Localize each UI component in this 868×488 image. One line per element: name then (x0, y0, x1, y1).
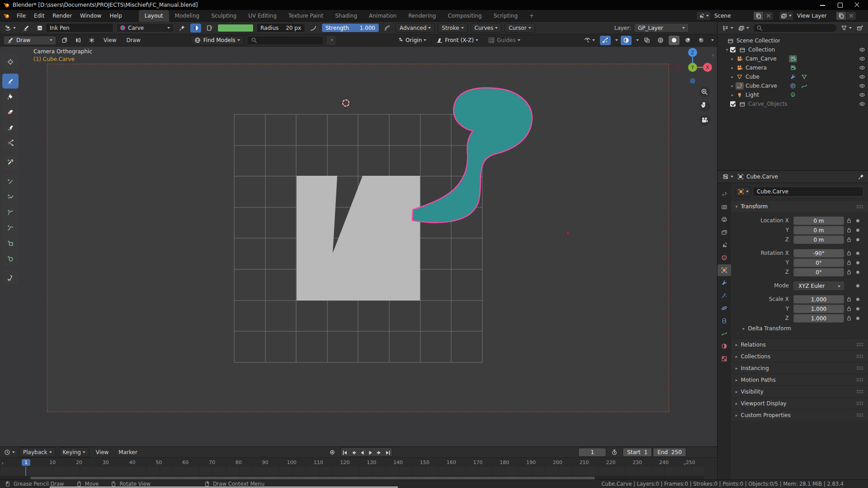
panel-section-motion-paths[interactable]: ▸ Motion Paths (731, 374, 868, 385)
value-slider[interactable]: 1.000 (793, 314, 844, 323)
xray-toggle[interactable] (642, 36, 652, 45)
view-layer-remove-button[interactable] (846, 11, 856, 20)
falloff-toggle[interactable] (73, 36, 84, 45)
multiframe-toggle[interactable] (59, 36, 70, 45)
wrench-icon[interactable] (789, 73, 797, 80)
properties-tab-render[interactable] (717, 201, 731, 213)
drag-handle-icon[interactable] (856, 354, 863, 358)
transport-next-keyframe[interactable] (375, 448, 384, 457)
scene-unlink-button[interactable] (764, 11, 774, 20)
view-layer-copy-button[interactable] (836, 11, 846, 20)
hide-eye-icon[interactable] (859, 65, 865, 71)
outliner-row-scene-collection[interactable]: Scene Collection (717, 36, 868, 45)
menu-edit[interactable]: Edit (30, 11, 48, 21)
editor-type-button[interactable] (721, 24, 735, 32)
light-data-icon[interactable] (789, 91, 797, 99)
camera-data-icon[interactable] (789, 64, 797, 71)
expand-caret[interactable]: ▸ (729, 75, 736, 79)
brush-datablock-icon[interactable] (34, 23, 43, 33)
material-selector[interactable]: Carve (116, 23, 174, 33)
animate-dot[interactable] (856, 317, 859, 320)
drag-handle-icon[interactable] (856, 413, 863, 417)
scene-copy-button[interactable] (754, 11, 764, 20)
workspace-tab-add-workspace[interactable]: + (524, 10, 540, 22)
workspace-tab-animation[interactable]: Animation (363, 10, 402, 22)
snap-toggle[interactable] (86, 36, 97, 45)
panel-section-instancing[interactable]: ▸ Instancing (731, 362, 868, 374)
filter-button[interactable] (840, 24, 853, 32)
tool-button-eyedropper[interactable] (2, 155, 19, 169)
brush-icon[interactable] (21, 23, 32, 33)
workspace-tab-compositing[interactable]: Compositing (442, 10, 487, 22)
navigation-gizmo[interactable]: Z Y X (675, 44, 717, 135)
tool-button-line[interactable] (2, 174, 19, 189)
animate-dot[interactable] (856, 298, 859, 301)
panel-section-custom-properties[interactable]: ▸ Custom Properties (731, 409, 868, 421)
value-slider[interactable]: 0 m (793, 216, 844, 225)
lock-icon[interactable] (844, 236, 854, 243)
value-slider[interactable]: XYZ Euler (793, 282, 844, 290)
animate-dot[interactable] (856, 271, 859, 274)
object-id-icon-button[interactable] (736, 187, 751, 197)
gp-data-icon[interactable] (800, 82, 808, 89)
use-preview-range-icon[interactable] (609, 447, 620, 457)
properties-tab-scene[interactable] (717, 239, 731, 251)
animate-dot[interactable] (856, 307, 859, 310)
lock-icon[interactable] (844, 217, 854, 224)
transport-play-reverse[interactable] (358, 448, 367, 457)
carved-mesh-shape[interactable] (297, 176, 420, 300)
object-name-field[interactable]: Cube.Carve (753, 187, 863, 197)
popover-stroke[interactable]: Stroke (438, 23, 467, 33)
exclude-checkbox[interactable] (730, 101, 736, 107)
lock-icon[interactable] (844, 305, 854, 312)
find-models-dropdown[interactable]: Find Models (190, 36, 244, 45)
pin-material-icon[interactable] (177, 23, 188, 33)
workspace-tab-sculpting[interactable]: Sculpting (205, 10, 242, 22)
workspace-tab-modeling[interactable]: Modeling (169, 10, 206, 22)
properties-tab-material[interactable] (717, 340, 731, 352)
mesh-data-icon[interactable] (800, 73, 808, 80)
tool-button-tint[interactable] (2, 120, 19, 135)
hide-eye-icon[interactable] (859, 47, 865, 53)
current-frame-field[interactable]: 1 (578, 448, 606, 457)
expand-caret[interactable]: ▸ (729, 56, 736, 61)
tool-button-polyline[interactable] (2, 189, 19, 204)
tool-button-fill[interactable] (2, 89, 19, 104)
axis-neg-x-ball[interactable] (676, 65, 681, 69)
outliner-row-carve-objects[interactable]: Carve_Objects (717, 99, 868, 108)
outliner-row-cube-carve[interactable]: ▸ Cube.Carve (717, 81, 868, 90)
timeline-channels[interactable] (0, 467, 704, 476)
tool-button-erase[interactable] (2, 104, 19, 119)
properties-tab-constraints[interactable] (717, 315, 731, 327)
gizmos-toggle[interactable] (600, 36, 611, 45)
properties-tab-output[interactable] (717, 214, 731, 225)
value-slider[interactable]: 0° (793, 268, 844, 277)
brush-preset-button[interactable] (3, 23, 18, 33)
overlays-toggle[interactable] (621, 36, 632, 45)
scene-name-field[interactable]: Scene (710, 11, 754, 20)
close-icon[interactable] (854, 2, 860, 8)
hide-eye-icon[interactable] (859, 101, 865, 107)
show-gizmo-dropdown[interactable] (582, 36, 597, 45)
properties-tab-world[interactable] (717, 252, 731, 263)
value-slider[interactable]: 0 m (793, 226, 844, 235)
pin-id-icon[interactable] (858, 174, 864, 180)
transport-play[interactable] (367, 448, 375, 457)
region-collapse-icon[interactable]: ‹ (684, 460, 686, 467)
properties-tab-physics[interactable] (717, 302, 731, 314)
timeline-menu-marker[interactable]: Marker (115, 448, 141, 457)
drag-handle-icon[interactable] (856, 378, 863, 382)
lock-icon[interactable] (844, 250, 854, 256)
lock-icon[interactable] (844, 227, 854, 233)
drag-handle-icon[interactable] (856, 389, 863, 394)
workspace-tab-rendering[interactable]: Rendering (402, 10, 442, 22)
animate-dot[interactable] (856, 238, 859, 241)
menu-file[interactable]: File (13, 11, 30, 21)
panel-section-viewport-display[interactable]: ▸ Viewport Display (731, 397, 868, 409)
workspace-tab-texture-paint[interactable]: Texture Paint (283, 10, 329, 22)
shading-rendered-button[interactable] (696, 36, 707, 45)
transform-panel-header[interactable]: ▾ Transform (731, 201, 868, 212)
strength-falloff-icon[interactable] (382, 23, 393, 33)
region-expand-icon[interactable]: › (1, 460, 4, 466)
mode-selector[interactable]: Draw (3, 36, 57, 45)
